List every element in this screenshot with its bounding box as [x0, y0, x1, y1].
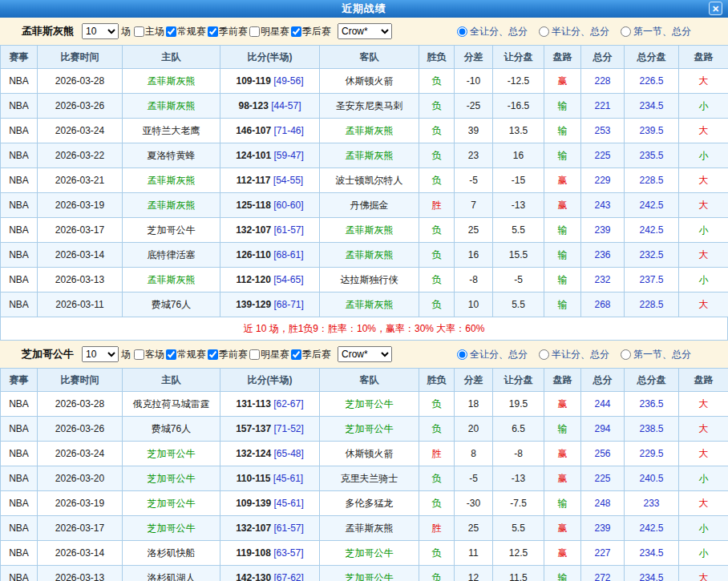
point-diff-cell: 25 [455, 218, 493, 243]
radio-input[interactable] [457, 26, 467, 37]
filter-checkbox[interactable]: 明星赛 [248, 25, 289, 38]
handicap-outcome-cell: 输 [544, 143, 581, 168]
radio-input[interactable] [539, 26, 549, 37]
checkbox-label: 明星赛 [261, 348, 289, 361]
games-count-select[interactable]: 10 [82, 23, 119, 39]
games-count-select[interactable]: 10 [82, 346, 119, 362]
score-cell: 112-117 [54-55] [220, 168, 320, 193]
filter-checkbox[interactable]: 季后赛 [289, 348, 331, 361]
filter-checkbox[interactable]: 客场 [132, 348, 164, 361]
league-cell: NBA [1, 466, 38, 491]
away-team-cell: 圣安东尼奥马刺 [320, 94, 419, 119]
checkbox-input[interactable] [166, 26, 176, 37]
half-score: [67-62] [271, 572, 304, 581]
over-under-cell: 小 [679, 516, 728, 541]
filter-radio[interactable]: 半让分、总分 [539, 25, 609, 38]
over-under-cell: 大 [679, 243, 728, 268]
column-header: 比赛时间 [38, 46, 123, 69]
filter-checkbox[interactable]: 季前赛 [206, 348, 248, 361]
over-under-cell: 大 [679, 293, 728, 317]
point-diff-cell: -10 [455, 69, 493, 94]
bookmaker-select[interactable]: Crow* [338, 346, 392, 362]
filter-checkbox[interactable]: 季前赛 [206, 25, 248, 38]
win-loss-cell: 负 [419, 168, 455, 193]
win-loss-cell: 负 [419, 218, 455, 243]
home-team-cell: 芝加哥公牛 [123, 218, 220, 243]
checkbox-input[interactable] [249, 26, 260, 37]
checkbox-label: 常规赛 [177, 25, 206, 38]
total-points-cell: 244 [581, 392, 625, 417]
handicap-line-cell: -7.5 [493, 491, 544, 516]
total-line-cell: 226.5 [625, 69, 679, 94]
checkbox-input[interactable] [134, 349, 144, 360]
column-header: 总分盘 [625, 46, 679, 69]
league-cell: NBA [1, 193, 38, 218]
checkbox-input[interactable] [291, 349, 301, 360]
team-section-2: 芝加哥公牛 10 场 客场常规赛季前赛明星赛季后赛 Crow* 全让分、总分半让… [0, 341, 728, 581]
filter-checkbox[interactable]: 常规赛 [164, 348, 206, 361]
filter-checkbox[interactable]: 明星赛 [248, 348, 289, 361]
checkbox-input[interactable] [166, 349, 176, 360]
handicap-line-cell: 11.5 [493, 566, 544, 581]
home-team-cell: 费城76人 [123, 417, 220, 442]
half-score: [68-61] [271, 249, 304, 260]
half-score: [45-61] [271, 498, 304, 509]
radio-input[interactable] [539, 349, 549, 360]
radio-input[interactable] [457, 349, 467, 360]
checkbox-input[interactable] [249, 349, 260, 360]
total-points-cell: 239 [581, 218, 625, 243]
match-date-cell: 2026-03-26 [38, 94, 123, 119]
checkbox-input[interactable] [134, 26, 144, 37]
filter-bar: 孟菲斯灰熊 10 场 主场常规赛季前赛明星赛季后赛 Crow* 全让分、总分半让… [0, 18, 728, 45]
filter-radio[interactable]: 全让分、总分 [457, 25, 528, 38]
league-cell: NBA [1, 218, 38, 243]
over-under-cell: 小 [679, 466, 728, 491]
away-team-cell: 多伦多猛龙 [320, 491, 419, 516]
filter-radio[interactable]: 第一节、总分 [621, 25, 691, 38]
total-line-cell: 242.5 [625, 516, 679, 541]
match-date-cell: 2026-03-13 [38, 268, 123, 293]
point-diff-cell: 39 [455, 119, 493, 143]
over-under-cell: 小 [679, 143, 728, 168]
win-loss-cell: 负 [419, 119, 455, 143]
column-header: 比分(半场) [220, 46, 320, 69]
league-cell: NBA [1, 566, 38, 581]
total-points-cell: 243 [581, 193, 625, 218]
checkbox-input[interactable] [291, 26, 301, 37]
close-button[interactable]: ✕ [709, 2, 722, 15]
radio-label: 第一节、总分 [633, 348, 691, 361]
point-diff-cell: 23 [455, 143, 493, 168]
filter-radio[interactable]: 全让分、总分 [457, 348, 528, 361]
bookmaker-select[interactable]: Crow* [338, 23, 392, 39]
handicap-outcome-cell: 输 [544, 119, 581, 143]
filter-checkbox[interactable]: 主场 [132, 25, 164, 38]
filter-radio[interactable]: 半让分、总分 [539, 348, 609, 361]
checkbox-input[interactable] [208, 349, 218, 360]
over-under-cell: 小 [679, 541, 728, 566]
checkbox-input[interactable] [208, 26, 218, 37]
away-team-cell: 孟菲斯灰熊 [320, 516, 419, 541]
radio-input[interactable] [621, 349, 631, 360]
match-date-cell: 2026-03-26 [38, 417, 123, 442]
handicap-line-cell: 15.5 [493, 243, 544, 268]
handicap-outcome-cell: 输 [544, 417, 581, 442]
win-loss-cell: 负 [419, 69, 455, 94]
full-score: 139-129 [236, 299, 271, 310]
filter-checkbox[interactable]: 季后赛 [289, 25, 331, 38]
match-row: NBA2026-03-13洛杉矶湖人142-130 [67-62]芝加哥公牛负1… [1, 566, 728, 581]
match-row: NBA2026-03-19芝加哥公牛109-139 [45-61]多伦多猛龙负-… [1, 491, 728, 516]
filter-checkbox[interactable]: 常规赛 [164, 25, 206, 38]
score-cell: 146-107 [71-46] [220, 119, 320, 143]
handicap-line-cell: -13 [493, 466, 544, 491]
checkbox-label: 季后赛 [302, 348, 331, 361]
over-under-cell: 大 [679, 392, 728, 417]
recent-results-panel: 近期战绩 ✕ 孟菲斯灰熊 10 场 主场常规赛季前赛明星赛季后赛 Crow* 全… [0, 0, 728, 581]
radio-input[interactable] [621, 26, 631, 37]
handicap-outcome-cell: 赢 [544, 541, 581, 566]
filter-radio[interactable]: 第一节、总分 [621, 348, 691, 361]
match-row: NBA2026-03-21孟菲斯灰熊112-117 [54-55]波士顿凯尔特人… [1, 168, 728, 193]
score-cell: 139-129 [68-71] [220, 293, 320, 317]
column-header: 胜负 [419, 46, 455, 69]
score-cell: 125-118 [60-60] [220, 193, 320, 218]
column-header: 总分盘 [625, 369, 679, 392]
